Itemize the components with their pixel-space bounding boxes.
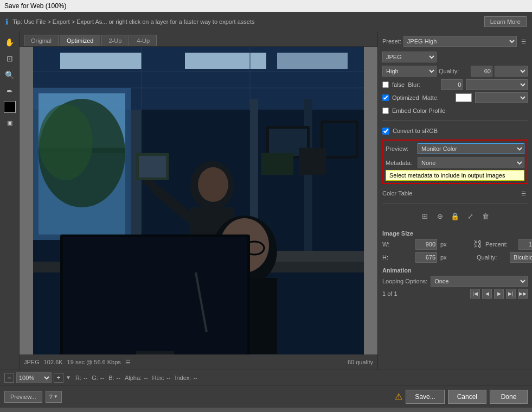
- tab-optimized[interactable]: Optimized: [60, 35, 101, 46]
- highlighted-section: Preview: Monitor Color Legacy Macintosh …: [382, 140, 528, 184]
- zoom-select[interactable]: 100% 50% 200%: [16, 372, 52, 383]
- hand-tool[interactable]: ✋: [3, 36, 16, 49]
- anim-prev-btn[interactable]: ◀: [482, 289, 492, 299]
- done-button[interactable]: Done: [490, 390, 528, 404]
- looping-select[interactable]: Once Forever Other...: [431, 276, 528, 287]
- b-value: --: [117, 375, 120, 381]
- list-icon[interactable]: ☰: [125, 359, 131, 366]
- width-input[interactable]: 900: [415, 239, 437, 250]
- percent-input[interactable]: 100: [518, 239, 532, 250]
- optimized-row: Optimized Matte:: [382, 92, 528, 103]
- zoom-tool[interactable]: 🔍: [3, 68, 16, 81]
- bottom-bar: Preview... ? ▼ ⚠ Save... Cancel Done: [0, 385, 532, 408]
- status-bar: − 100% 50% 200% + ▼ R: -- G: -- B: -- Al…: [0, 370, 532, 385]
- optimized-checkbox[interactable]: [382, 94, 389, 101]
- help-button[interactable]: ? ▼: [46, 391, 62, 403]
- preset-select[interactable]: JPEG High JPEG Medium JPEG Low PNG-24: [403, 36, 517, 47]
- slice-visibility-tool[interactable]: ▣: [3, 116, 16, 129]
- embed-color-profile-label: Embed Color Profile: [392, 107, 445, 114]
- anim-first-btn[interactable]: |◀: [470, 289, 480, 299]
- hex-label: Hex:: [152, 375, 164, 381]
- matte-swatch[interactable]: [456, 93, 472, 102]
- bottom-right: ⚠ Save... Cancel Done: [395, 390, 528, 404]
- embed-color-profile-checkbox[interactable]: [382, 107, 389, 114]
- info-icon: ℹ: [5, 17, 8, 26]
- metadata-select[interactable]: None Copyright Copyright and Contact Inf…: [418, 157, 524, 168]
- blur-select[interactable]: [466, 79, 528, 90]
- anim-next-btn[interactable]: ▶|: [506, 289, 516, 299]
- matte-label: Matte:: [422, 94, 452, 101]
- resize-icon-1[interactable]: ⊞: [419, 211, 430, 221]
- color-table-label: Color Table: [382, 190, 412, 197]
- tab-original[interactable]: Original: [24, 35, 59, 46]
- metadata-tooltip: Select metadata to include in output ima…: [386, 170, 524, 181]
- convert-srgb-checkbox[interactable]: [382, 128, 389, 135]
- canvas-image: [33, 47, 364, 354]
- blur-label: Blur:: [408, 81, 438, 88]
- format-select[interactable]: JPEG PNG GIF: [382, 52, 437, 62]
- px-label-w: px: [440, 241, 470, 248]
- progressive-checkbox[interactable]: [382, 81, 389, 88]
- alpha-label: Alpha:: [125, 375, 142, 381]
- width-label: W:: [382, 241, 412, 248]
- percent-label: Percent:: [485, 241, 515, 248]
- index-value: --: [193, 375, 197, 381]
- zoom-plus-btn[interactable]: +: [54, 373, 63, 383]
- color-table-menu-icon[interactable]: ☰: [519, 189, 528, 198]
- px-label-h: px: [440, 254, 470, 261]
- matte-select[interactable]: [475, 92, 528, 103]
- separator-1: [382, 121, 528, 121]
- image-time: 19 sec @ 56.6 Kbps: [67, 359, 121, 365]
- separator-2: [382, 204, 528, 204]
- metadata-row: Metadata: None Copyright Copyright and C…: [386, 157, 524, 169]
- tab-2up[interactable]: 2-Up: [101, 35, 129, 46]
- height-label: H:: [382, 254, 412, 261]
- resize-icon-5[interactable]: 🗑: [480, 211, 491, 221]
- learn-more-button[interactable]: Learn More: [484, 16, 527, 27]
- metadata-label: Metadata:: [386, 160, 415, 166]
- zoom-controls: − 100% 50% 200% + ▼: [4, 372, 71, 383]
- zoom-dropdown-arrow[interactable]: ▼: [66, 375, 71, 381]
- resize-icon-2[interactable]: ⊕: [434, 211, 445, 221]
- blur-input[interactable]: 0: [441, 79, 463, 90]
- preview-label: Preview:: [386, 145, 415, 152]
- convert-srgb-label: Convert to sRGB: [393, 128, 438, 134]
- slice-select-tool[interactable]: ⊡: [3, 52, 16, 65]
- zoom-minus-btn[interactable]: −: [4, 373, 14, 383]
- b-label: B:: [108, 375, 114, 381]
- height-input[interactable]: 675: [415, 252, 437, 263]
- status-r: R: --: [75, 375, 87, 381]
- preset-menu-icon[interactable]: ☰: [519, 37, 528, 46]
- color-swatch[interactable]: [4, 101, 16, 113]
- animation-section: Animation Looping Options: Once Forever …: [382, 267, 528, 299]
- canvas-area: [20, 47, 377, 354]
- preview-button[interactable]: Preview...: [4, 391, 42, 403]
- anim-play-btn[interactable]: ▶: [494, 289, 504, 299]
- resize-icon-3[interactable]: 🔒: [450, 211, 460, 221]
- tab-4up[interactable]: 4-Up: [130, 35, 157, 46]
- preview-row: Preview: Monitor Color Legacy Macintosh …: [386, 143, 524, 155]
- progressive-label: false: [392, 81, 405, 88]
- status-alpha: Alpha: --: [125, 375, 148, 381]
- index-label: Index:: [175, 375, 191, 381]
- convert-srgb-row: Convert to sRGB: [382, 125, 528, 136]
- help-dropdown-icon: ▼: [54, 394, 58, 399]
- save-button[interactable]: Save...: [406, 390, 444, 404]
- r-value: --: [84, 375, 87, 381]
- quality-input[interactable]: 60: [471, 66, 492, 77]
- g-label: G:: [92, 375, 98, 381]
- quality-size-select[interactable]: Bicubic Bilinear Nearest Neighbor: [510, 252, 532, 263]
- optimized-label: Optimized: [392, 94, 419, 101]
- status-g: G: --: [92, 375, 104, 381]
- alpha-value: --: [144, 375, 148, 381]
- cancel-button[interactable]: Cancel: [448, 390, 486, 404]
- color-table-row: Color Table ☰: [382, 187, 528, 199]
- image-size-title: Image Size: [382, 230, 528, 237]
- anim-last-btn[interactable]: ▶▶: [518, 289, 528, 299]
- quality-slider-select[interactable]: [495, 66, 528, 77]
- resize-icon-4[interactable]: ⤢: [465, 211, 476, 221]
- eyedropper-tool[interactable]: ✒: [3, 85, 16, 98]
- preview-select[interactable]: Monitor Color Legacy Macintosh Internet …: [418, 143, 524, 154]
- quality-dropdown-row: High Medium Low Maximum Quality: 60: [382, 65, 528, 77]
- quality-dropdown[interactable]: High Medium Low Maximum: [382, 66, 437, 77]
